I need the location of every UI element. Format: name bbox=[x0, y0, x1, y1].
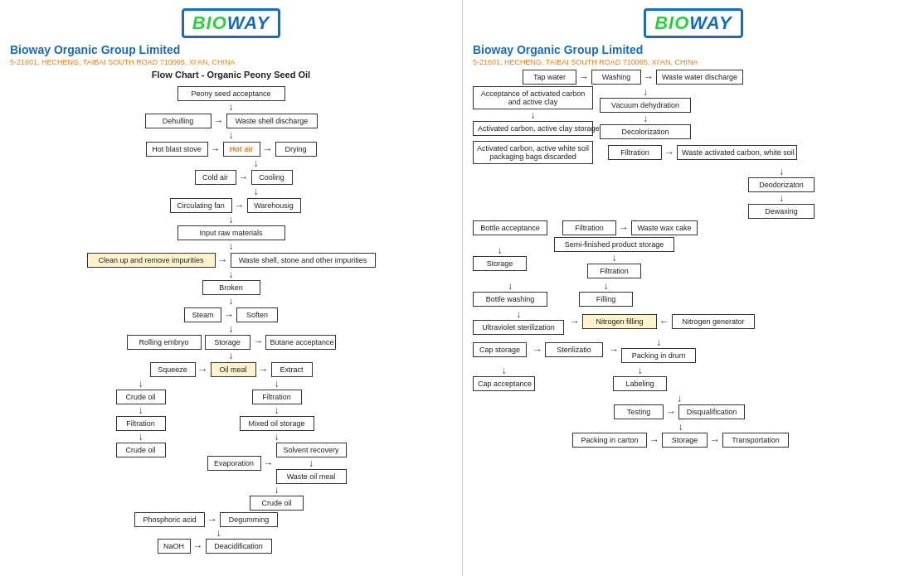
node-filtration2: Filtration bbox=[562, 220, 616, 235]
node-dewaxing: Dewaxing bbox=[748, 204, 815, 219]
col-nitro: Nitrogen filling bbox=[582, 314, 657, 329]
node-naoh: NaOH bbox=[158, 539, 191, 554]
row-deodor: ↓ Deodorizaton ↓ Dewaxing bbox=[473, 166, 815, 219]
node-drying: Drying bbox=[275, 142, 317, 157]
arr-hb: → bbox=[211, 143, 221, 155]
arr-bu: ← bbox=[253, 336, 263, 348]
arr-ph: → bbox=[207, 514, 217, 525]
a6: ↓ bbox=[498, 244, 503, 256]
node-dehulling: Dehulling bbox=[145, 114, 212, 128]
arrow5: ↓ bbox=[229, 214, 234, 225]
left-address: 5-21601, HECHENG, TAIBAI SOUTH ROAD 7100… bbox=[10, 58, 452, 66]
col-filt2: Filtration bbox=[562, 220, 616, 235]
node-nitrogen-filling: Nitrogen filling bbox=[582, 314, 657, 329]
arr-st: → bbox=[609, 344, 619, 356]
col-deodor: ↓ Deodorizaton ↓ Dewaxing bbox=[748, 166, 815, 219]
node-deodorization: Deodorizaton bbox=[748, 177, 815, 192]
right-flow-chart: Tap water → Washing → Waste water discha… bbox=[473, 70, 914, 448]
row-evap: Evaporation → Solvent recovery ↓ Waste o… bbox=[207, 443, 347, 484]
node-broken: Broken bbox=[202, 280, 260, 295]
col-pack-carton: ↓ Packing in carton → Storage → Transpor… bbox=[572, 421, 789, 448]
a5: ↓ bbox=[779, 192, 784, 204]
col-bw: ↓ Bottle washing bbox=[473, 280, 547, 307]
arrow6: ↓ bbox=[229, 240, 234, 252]
arr-wa: → bbox=[644, 71, 654, 83]
a9: ↓ bbox=[604, 280, 609, 292]
node-disqualification: Disqualification bbox=[678, 404, 745, 419]
arrow3: ↓ bbox=[254, 157, 259, 169]
node-accept-carbon: Acceptance of activated carbon and activ… bbox=[473, 86, 593, 109]
col-left-squeeze: ↓ Crude oil ↓ Filtration ↓ Crude oil bbox=[116, 378, 166, 511]
node-activated-storage: Activated carbon, active clay storage bbox=[473, 121, 593, 136]
a3: ↓ bbox=[643, 113, 648, 124]
right-logo-area: BIOWAY bbox=[473, 8, 914, 38]
right-logo: BIOWAY bbox=[644, 8, 743, 38]
col-filt1: Filtration bbox=[600, 145, 662, 160]
col-solvent: Solvent recovery ↓ Waste oil meal bbox=[276, 443, 347, 484]
col-uv: ↓ Ultraviolet sterilization bbox=[473, 308, 564, 335]
col-accept-right: ↓ Vacuum dehydration ↓ Decolorization bbox=[600, 86, 691, 139]
node-cold-air: Cold air bbox=[195, 170, 236, 185]
node-vacuum: Vacuum dehydration bbox=[600, 98, 691, 113]
col-steriliz: Sterilizatio bbox=[545, 342, 603, 357]
arr-ev: → bbox=[264, 457, 274, 469]
row-cap-packing: Cap storage → Sterilizatio → ↓ Packing i… bbox=[473, 336, 914, 363]
row-deacid: NaOH → Deacidification bbox=[158, 539, 272, 554]
row-washing: Tap water → Washing → Waste water discha… bbox=[523, 70, 914, 85]
node-bottle-washing: Bottle washing bbox=[473, 292, 547, 307]
arr-na: → bbox=[193, 540, 203, 552]
node-packing-carton: Packing in carton bbox=[572, 433, 647, 448]
arr-uv: → bbox=[570, 316, 580, 327]
a2: ↓ bbox=[643, 86, 648, 98]
arr-cf: → bbox=[235, 200, 245, 211]
a7: ↓ bbox=[612, 252, 617, 264]
storage-row: Storage ← Butane acceptance bbox=[205, 335, 336, 350]
node-decolorization: Decolorization bbox=[600, 124, 691, 139]
node-sterilization: Sterilizatio bbox=[545, 342, 603, 357]
node-phosphoric: Phosphoric acid bbox=[134, 512, 205, 527]
arr-tw: → bbox=[579, 71, 589, 83]
row-warehouse: Circulating fan → Warehousig bbox=[170, 198, 301, 213]
left-logo-area: BIOWAY bbox=[10, 8, 452, 38]
arrow10: ↓ bbox=[229, 350, 234, 361]
two-col-row: ↓ Crude oil ↓ Filtration ↓ Crude oil ↓ F… bbox=[10, 378, 452, 511]
row-packing-carton: ↓ Packing in carton → Storage → Transpor… bbox=[572, 421, 914, 448]
node-filtration2: Filtration bbox=[252, 390, 302, 404]
arr-cu: → bbox=[218, 254, 228, 266]
node-activated-white: Activated carbon, active white soil pack… bbox=[473, 141, 593, 164]
row-test-disq: Testing → Disqualification bbox=[614, 404, 745, 419]
arr-ca: → bbox=[239, 172, 249, 183]
row-acceptance: Acceptance of activated carbon and activ… bbox=[473, 86, 914, 139]
arr-down-f2: ↓ bbox=[275, 404, 280, 416]
node-bottle-accept: Bottle acceptance bbox=[473, 220, 547, 235]
a4: ↓ bbox=[779, 166, 784, 177]
arr-down-f1: ↓ bbox=[139, 431, 143, 443]
a14: ↓ bbox=[677, 393, 682, 404]
a11: ↓ bbox=[656, 336, 661, 348]
row-storage-semi: ↓ Storage Semi-finished product storage … bbox=[473, 237, 914, 278]
right-half: BIOWAY Bioway Organic Group Limited 5-21… bbox=[462, 0, 924, 576]
node-packing-drum: Packing in drum bbox=[621, 348, 696, 363]
node-washing: Washing bbox=[591, 70, 641, 85]
arr-sol-down: ↓ bbox=[309, 457, 314, 469]
col-semi: Semi-finished product storage ↓ Filtrati… bbox=[554, 237, 674, 278]
arr-filt1: → bbox=[664, 147, 674, 158]
a12: ↓ bbox=[502, 365, 507, 376]
node-storage1: Storage bbox=[473, 256, 527, 271]
node-uv-sterilization: Ultraviolet sterilization bbox=[473, 320, 564, 335]
arrow-deg: ↓ bbox=[216, 527, 221, 539]
node-mixed-oil: Mixed oil storage bbox=[240, 416, 314, 431]
left-logo: BIOWAY bbox=[182, 8, 281, 38]
left-chart-title: Flow Chart - Organic Peony Seed Oil bbox=[10, 70, 452, 80]
node-warehousing: Warehousig bbox=[247, 198, 301, 213]
node-oil-meal: Oil meal bbox=[211, 362, 256, 377]
row-uv-nitrogen: ↓ Ultraviolet sterilization → Nitrogen f… bbox=[473, 308, 914, 335]
node-waste-shell2: Waste shell, stone and other impurities bbox=[231, 253, 376, 268]
row-filtration1: Activated carbon, active white soil pack… bbox=[473, 141, 914, 164]
arrow4: ↓ bbox=[254, 186, 259, 197]
node-semi-finished: Semi-finished product storage bbox=[554, 237, 674, 252]
node-waste-water: Waste water discharge bbox=[656, 70, 743, 85]
node-cap-acceptance: Cap acceptance bbox=[473, 376, 535, 391]
row-degumming: Phosphoric acid → Degumming bbox=[134, 512, 278, 527]
left-half: BIOWAY Bioway Organic Group Limited 5-21… bbox=[0, 0, 462, 576]
